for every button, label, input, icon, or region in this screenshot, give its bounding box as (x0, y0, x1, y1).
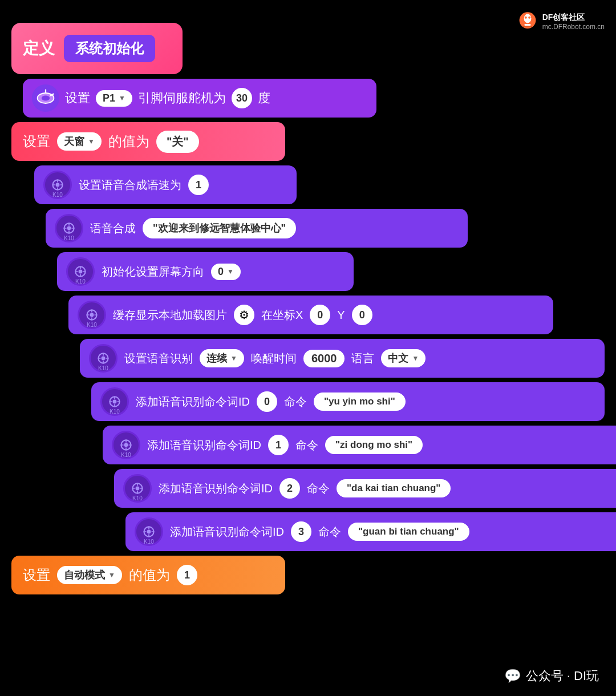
k10-label-4: K10 (98, 365, 108, 371)
svg-point-7 (42, 96, 50, 101)
k10-3-x-val[interactable]: 0 (310, 305, 330, 325)
k10-1-string[interactable]: "欢迎来到修远智慧体验中心" (143, 218, 296, 238)
k10-label-5: K10 (110, 408, 120, 415)
k10-8-text: 添加语音识别命令词ID (170, 524, 284, 540)
watermark-text: 公众号 · DI玩 (526, 667, 599, 685)
k10-8-text2: 命令 (318, 524, 341, 540)
k10-5-text2: 命令 (284, 394, 307, 410)
set-tianchuang-block: 设置 天窗 ▼ 的值为 "关" (11, 122, 616, 165)
tianchuang-dropdown[interactable]: 天窗 ▼ (57, 132, 102, 151)
k10-label-1: K10 (64, 235, 74, 241)
k10-0-text: 设置语音合成语速为 (79, 177, 181, 193)
k10-block-0: K10 设置语音合成语速为 1 (34, 165, 616, 209)
k10-label-3: K10 (87, 322, 97, 328)
tianchuang-value[interactable]: "关" (156, 131, 199, 153)
k10-label-2: K10 (75, 278, 86, 285)
wechat-icon: 💬 (504, 668, 521, 684)
k10-2-dropdown[interactable]: 0 ▼ (211, 264, 241, 280)
k10-block-5: K10 添加语音识别命令词ID 0 命令 "yu yin mo shi" (91, 382, 616, 426)
k10-2-text: 初始化设置屏幕方向 (102, 264, 204, 280)
k10-block-7: K10 添加语音识别命令词ID 2 命令 "da kai tian chuang… (114, 469, 616, 512)
k10-4-text3: 语言 (351, 351, 374, 366)
watermark: 💬 公众号 · DI玩 (504, 667, 599, 685)
k10-7-text: 添加语音识别命令词ID (159, 481, 273, 496)
k10-label-0: K10 (52, 192, 63, 198)
k10-3-text3: Y (337, 309, 345, 322)
k10-0-value[interactable]: 1 (188, 175, 209, 195)
k10-1-text: 语音合成 (90, 221, 136, 236)
svg-point-27 (79, 270, 83, 274)
servo-text2: 引脚伺服舵机为 (138, 90, 226, 107)
k10-label-6: K10 (121, 452, 131, 458)
k10-6-text: 添加语音识别命令词ID (147, 438, 261, 453)
func-name: 系统初始化 (64, 35, 155, 62)
k10-block-1: K10 语音合成 "欢迎来到修远智慧体验中心" (46, 209, 616, 252)
svg-point-51 (124, 443, 128, 447)
svg-point-21 (67, 226, 71, 230)
k10-3-y-val[interactable]: 0 (352, 305, 372, 325)
servo-unit: 度 (258, 90, 270, 107)
k10-icon-2: K10 (66, 257, 95, 286)
auto-var-dropdown[interactable]: 自动模式 ▼ (57, 566, 122, 584)
svg-point-33 (90, 313, 94, 317)
k10-8-cmd[interactable]: "guan bi tian chuang" (348, 523, 469, 541)
gear-icon[interactable]: ⚙ (234, 305, 254, 325)
auto-text2: 的值为 (129, 566, 170, 584)
k10-4-value[interactable]: 6000 (303, 350, 345, 367)
k10-icon-5: K10 (100, 387, 129, 416)
set-text2: 的值为 (108, 132, 149, 151)
k10-7-id[interactable]: 2 (279, 478, 300, 499)
auto-text1: 设置 (23, 566, 50, 584)
servo-block: 设置 P1 ▼ 引脚伺服舵机为 30 度 (23, 79, 616, 122)
blocks-container: 定义 系统初始化 设置 P1 ▼ 引脚伺服舵机为 30 度 (11, 23, 616, 594)
k10-3-text: 缓存显示本地加载图片 (113, 307, 227, 323)
svg-point-63 (147, 530, 151, 534)
k10-7-cmd[interactable]: "da kai tian chuang" (337, 479, 451, 497)
auto-value[interactable]: 1 (177, 565, 197, 585)
k10-8-id[interactable]: 3 (291, 521, 311, 542)
k10-block-4: K10 设置语音识别 连续 ▼ 唤醒时间 6000 语言 中文 ▼ (80, 339, 616, 382)
define-label: 定义 (23, 38, 55, 59)
servo-text1: 设置 (65, 90, 90, 107)
k10-6-cmd[interactable]: "zi dong mo shi" (325, 436, 423, 454)
k10-6-id[interactable]: 1 (268, 435, 289, 455)
k10-block-6: K10 添加语音识别命令词ID 1 命令 "zi dong mo shi" (103, 426, 616, 469)
k10-icon-8: K10 (135, 517, 163, 546)
k10-icon-6: K10 (112, 431, 140, 459)
svg-point-45 (113, 400, 117, 404)
k10-4-dropdown2[interactable]: 中文 ▼ (381, 349, 425, 367)
servo-value[interactable]: 30 (232, 88, 252, 108)
svg-point-57 (136, 487, 140, 491)
k10-label-8: K10 (144, 539, 154, 545)
k10-4-text: 设置语音识别 (124, 351, 193, 366)
k10-icon-7: K10 (123, 474, 152, 503)
k10-4-text2: 唤醒时间 (251, 351, 297, 366)
k10-icon-3: K10 (78, 301, 106, 329)
k10-icon-0: K10 (43, 171, 72, 199)
k10-5-text: 添加语音识别命令词ID (136, 394, 250, 410)
k10-6-text2: 命令 (295, 438, 318, 453)
svg-point-39 (102, 357, 106, 361)
k10-3-text2: 在坐标X (261, 307, 303, 323)
k10-icon-4: K10 (89, 344, 117, 373)
k10-label-7: K10 (132, 495, 143, 501)
set-text1: 设置 (23, 132, 50, 151)
k10-block-2: K10 初始化设置屏幕方向 0 ▼ (57, 252, 616, 296)
k10-5-cmd[interactable]: "yu yin mo shi" (314, 392, 406, 411)
svg-point-2 (524, 17, 526, 19)
k10-block-3: K10 缓存显示本地加载图片 ⚙ 在坐标X 0 Y 0 (68, 296, 616, 339)
k10-icon-1: K10 (55, 214, 83, 242)
k10-5-id[interactable]: 0 (257, 391, 277, 412)
svg-point-3 (528, 17, 530, 19)
k10-4-dropdown1[interactable]: 连续 ▼ (200, 349, 244, 367)
servo-pin-dropdown[interactable]: P1 ▼ (96, 90, 132, 107)
k10-7-text2: 命令 (307, 481, 330, 496)
set-auto-block: 设置 自动模式 ▼ 的值为 1 (11, 556, 616, 594)
svg-point-1 (524, 14, 531, 23)
k10-block-8: K10 添加语音识别命令词ID 3 命令 "guan bi tian chuan… (125, 512, 616, 556)
define-block: 定义 系统初始化 (11, 23, 616, 79)
servo-icon (32, 84, 59, 112)
svg-point-15 (56, 183, 60, 187)
